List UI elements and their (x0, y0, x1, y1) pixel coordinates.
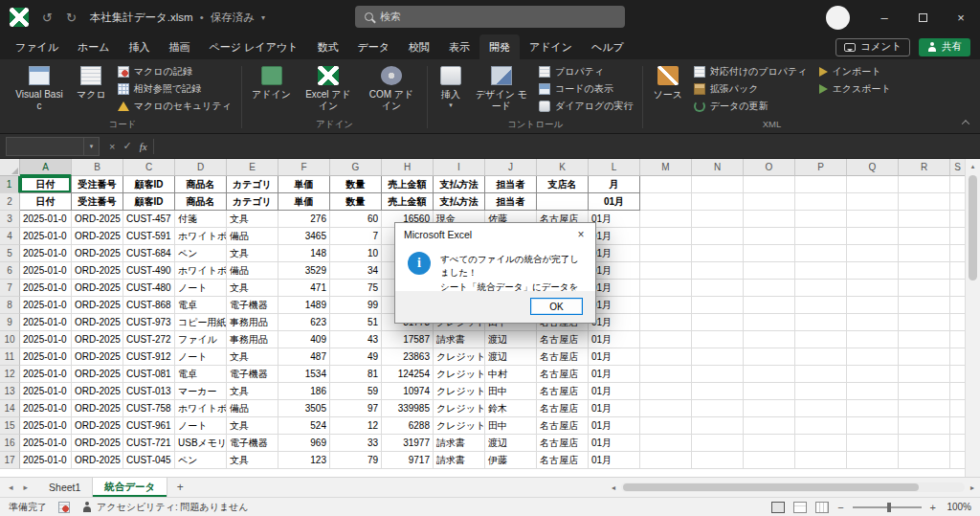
cell-A15[interactable]: 2025-01-0 (20, 417, 72, 435)
cell-R13[interactable] (899, 383, 950, 400)
cell-Q9[interactable] (847, 314, 899, 331)
cell-G6[interactable]: 34 (330, 262, 382, 280)
cell-C2[interactable]: 顧客ID (123, 193, 175, 211)
cell-K12[interactable]: 名古屋店 (537, 366, 589, 383)
cell-E15[interactable]: 文具 (227, 417, 278, 435)
undo-icon[interactable]: ↺ (42, 11, 53, 25)
cell-A6[interactable]: 2025-01-0 (20, 262, 72, 280)
row-header-8[interactable]: 8 (0, 297, 20, 314)
refresh-data-button[interactable]: データの更新 (689, 99, 813, 114)
column-header-P[interactable]: P (795, 159, 847, 176)
cell-D5[interactable]: ペン (175, 245, 227, 262)
cell-Q16[interactable] (847, 435, 899, 452)
cell-N11[interactable] (692, 348, 744, 366)
cell-P12[interactable] (795, 366, 847, 383)
column-header-E[interactable]: E (227, 159, 278, 176)
cell-Q3[interactable] (847, 211, 899, 228)
cell-F10[interactable]: 409 (278, 331, 330, 348)
cell-O12[interactable] (744, 366, 795, 383)
column-header-O[interactable]: O (744, 159, 795, 176)
cell-H11[interactable]: 23863 (382, 348, 434, 366)
column-header-H[interactable]: H (382, 159, 434, 176)
cell-G13[interactable]: 59 (330, 383, 382, 400)
cell-R14[interactable] (899, 400, 950, 417)
cell-B14[interactable]: ORD-2025 (72, 400, 123, 417)
accessibility-status[interactable]: アクセシビリティ: 問題ありません (81, 501, 249, 514)
cell-O5[interactable] (744, 245, 795, 262)
ok-button[interactable]: OK (530, 298, 583, 315)
cell-J1[interactable]: 担当者 (485, 176, 537, 193)
cell-B8[interactable]: ORD-2025 (72, 297, 123, 314)
cell-J17[interactable]: 伊藤 (485, 452, 537, 469)
cell-A4[interactable]: 2025-01-0 (20, 228, 72, 245)
cell-L11[interactable]: 01月 (589, 348, 640, 366)
cell-C17[interactable]: CUST-045 (123, 452, 175, 469)
cell-J11[interactable]: 渡辺 (485, 348, 537, 366)
cell-B10[interactable]: ORD-2025 (72, 331, 123, 348)
cell-M12[interactable] (640, 366, 692, 383)
cell-D6[interactable]: ホワイトボ (175, 262, 227, 280)
properties-button[interactable]: プロパティ (534, 64, 637, 79)
cell-L15[interactable]: 01月 (589, 417, 640, 435)
cell-P15[interactable] (795, 417, 847, 435)
cell-N2[interactable] (692, 193, 744, 211)
row-header-5[interactable]: 5 (0, 245, 20, 262)
export-button[interactable]: エクスポート (814, 81, 896, 97)
cell-L3[interactable]: 01月 (589, 211, 640, 228)
cell-G15[interactable]: 12 (330, 417, 382, 435)
sheet-tab-0[interactable]: Sheet1 (37, 478, 93, 497)
cell-N8[interactable] (692, 297, 744, 314)
column-header-J[interactable]: J (485, 159, 537, 176)
addins-button[interactable]: アドイン (247, 61, 296, 117)
cell-B6[interactable]: ORD-2025 (72, 262, 123, 280)
cell-S10[interactable] (950, 331, 965, 348)
cell-O4[interactable] (744, 228, 795, 245)
search-input[interactable]: 検索 (355, 6, 625, 28)
cell-I17[interactable]: 請求書 (434, 452, 485, 469)
scroll-left-icon[interactable]: ◂ (609, 483, 618, 492)
insert-control-button[interactable]: 挿入 ▾ (433, 61, 469, 117)
row-header-2[interactable]: 2 (0, 193, 20, 211)
cell-G5[interactable]: 10 (330, 245, 382, 262)
name-box[interactable]: ▾ (6, 137, 100, 156)
design-mode-button[interactable]: デザイン モード (471, 61, 532, 117)
cell-E2[interactable]: カテゴリ (227, 193, 278, 211)
cell-M7[interactable] (640, 280, 692, 297)
cell-A1[interactable]: 日付 (20, 176, 72, 193)
cell-E6[interactable]: 備品 (227, 262, 278, 280)
cell-P16[interactable] (795, 435, 847, 452)
comments-button[interactable]: コメント (835, 38, 910, 56)
cell-Q2[interactable] (847, 193, 899, 211)
cell-S4[interactable] (950, 228, 965, 245)
column-header-C[interactable]: C (123, 159, 175, 176)
dialog-close-button[interactable]: × (567, 223, 595, 246)
cell-J2[interactable]: 担当者 (485, 193, 537, 211)
cell-P4[interactable] (795, 228, 847, 245)
cell-C10[interactable]: CUST-272 (123, 331, 175, 348)
cell-B12[interactable]: ORD-2025 (72, 366, 123, 383)
cell-O11[interactable] (744, 348, 795, 366)
cell-D10[interactable]: ファイル (175, 331, 227, 348)
zoom-out-button[interactable]: − (837, 502, 843, 513)
cell-R8[interactable] (899, 297, 950, 314)
maximize-button[interactable] (903, 0, 942, 34)
cell-G10[interactable]: 43 (330, 331, 382, 348)
cell-B9[interactable]: ORD-2025 (72, 314, 123, 331)
cell-P3[interactable] (795, 211, 847, 228)
column-header-I[interactable]: I (434, 159, 485, 176)
cell-S6[interactable] (950, 262, 965, 280)
row-header-15[interactable]: 15 (0, 417, 20, 435)
cell-R7[interactable] (899, 280, 950, 297)
cell-E5[interactable]: 文具 (227, 245, 278, 262)
cell-N17[interactable] (692, 452, 744, 469)
cell-F6[interactable]: 3529 (278, 262, 330, 280)
cell-L9[interactable]: 01月 (589, 314, 640, 331)
document-title-group[interactable]: 本社集計データ.xlsm • 保存済み ▾ (90, 11, 265, 25)
cell-J13[interactable]: 田中 (485, 383, 537, 400)
cell-R4[interactable] (899, 228, 950, 245)
cell-F13[interactable]: 186 (278, 383, 330, 400)
cell-I12[interactable]: クレジット (434, 366, 485, 383)
cell-K16[interactable]: 名古屋店 (537, 435, 589, 452)
run-dialog-button[interactable]: ダイアログの実行 (534, 99, 637, 114)
cell-N6[interactable] (692, 262, 744, 280)
